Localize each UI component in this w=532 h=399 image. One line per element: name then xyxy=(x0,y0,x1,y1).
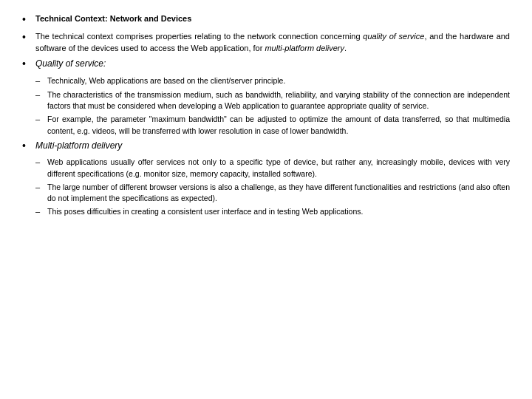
sub-bullet-4-3: – This poses difficulties in creating a … xyxy=(35,206,510,218)
sub-bullet-3-2: – The characteristics of the transmissio… xyxy=(35,89,510,112)
bullet-4-section: • Multi-platform delivery – Web applicat… xyxy=(22,140,510,218)
sub-bullet-3-3: – For example, the parameter "maximum ba… xyxy=(35,114,510,136)
sub-dash-3-2: – xyxy=(35,89,47,101)
sub-dash-3-3: – xyxy=(35,114,47,126)
bullet-3: • Quality of service: xyxy=(22,58,510,72)
italic-quality: quality of service xyxy=(363,32,424,41)
sub-bullet-4-2: – The large number of different browser … xyxy=(35,182,510,204)
sub-text-4-3: This poses difficulties in creating a co… xyxy=(47,206,510,217)
sub-text-4-2: The large number of different browser ve… xyxy=(47,182,510,204)
sub-bullet-3-1: – Technically, Web applications are base… xyxy=(35,75,510,87)
sub-dash-4-1: – xyxy=(35,157,47,168)
bullet-dot-1: • xyxy=(22,13,35,27)
italic-multiplatform: multi-platform delivery xyxy=(265,44,344,52)
bullet-3-title: Quality of service: xyxy=(35,58,510,70)
sub-text-4-1: Web applications usually offer services … xyxy=(47,157,510,179)
bullet-dot-4: • xyxy=(22,139,35,154)
sub-bullets-3: – Technically, Web applications are base… xyxy=(35,75,510,137)
bullet-dot-3: • xyxy=(22,57,35,72)
sub-dash-4-2: – xyxy=(35,182,47,194)
sub-text-3-1: Technically, Web applications are based … xyxy=(47,75,510,86)
sub-text-3-2: The characteristics of the transmission … xyxy=(47,89,510,112)
bullet-dot-2: • xyxy=(22,30,35,45)
bullet-2-text: The technical context comprises properti… xyxy=(35,31,510,55)
sub-dash-4-3: – xyxy=(35,206,47,218)
sub-text-3-3: For example, the parameter "maximum band… xyxy=(47,114,510,136)
bullet-2: • The technical context comprises proper… xyxy=(22,31,510,55)
bullet-1: • Technical Context: Network and Devices xyxy=(22,13,510,27)
sub-bullet-4-1: – Web applications usually offer service… xyxy=(35,157,510,179)
bullet-4: • Multi-platform delivery xyxy=(22,140,510,154)
page-container: • Technical Context: Network and Devices… xyxy=(0,0,532,399)
bullet-3-section: • Quality of service: – Technically, Web… xyxy=(22,58,510,136)
sub-bullets-4: – Web applications usually offer service… xyxy=(35,157,510,218)
bullet-4-title: Multi-platform delivery xyxy=(35,140,510,152)
sub-dash-3-1: – xyxy=(35,75,47,87)
bullet-1-text: Technical Context: Network and Devices xyxy=(35,13,510,25)
